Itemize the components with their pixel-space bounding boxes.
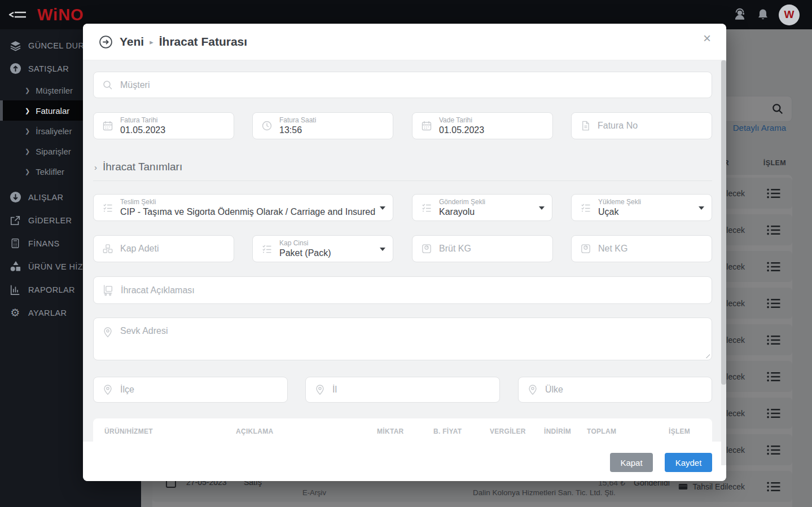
field-value: 01.05.2023 xyxy=(439,125,484,136)
sidebar-sublabel: Müşteriler xyxy=(36,86,73,95)
field-label: Teslim Şekli xyxy=(120,198,376,206)
user-avatar[interactable]: W xyxy=(779,5,800,25)
net-weight-field[interactable]: Net KG xyxy=(571,235,712,262)
new-export-invoice-modal: Yeni ▸ İhracat Faturası × Müşteri Fatura… xyxy=(83,24,726,481)
city-field[interactable]: İl xyxy=(305,377,500,403)
collapse-menu-icon[interactable] xyxy=(8,8,28,21)
field-value: CIP - Taşıma ve Sigorta Ödenmiş Olarak /… xyxy=(120,206,376,218)
section-title: İhracat Tanımları xyxy=(103,161,182,173)
shipping-address-textarea[interactable]: Sevk Adresi xyxy=(93,318,712,360)
country-placeholder: Ülke xyxy=(545,385,563,395)
field-label: Fatura Tarihi xyxy=(120,116,165,125)
sidebar-label: AYARLAR xyxy=(28,308,67,318)
calculator-icon xyxy=(9,237,21,249)
search-icon xyxy=(102,80,113,91)
export-description-field[interactable]: İhracat Açıklaması xyxy=(93,276,712,304)
circle-arrow-icon xyxy=(99,35,113,49)
shapes-icon xyxy=(9,261,21,272)
location-pin-icon xyxy=(527,384,538,395)
field-label: Fatura Saati xyxy=(279,116,316,125)
shipping-address-placeholder: Sevk Adresi xyxy=(120,326,168,336)
delivery-type-select[interactable]: Teslim Şekli CIP - Taşıma ve Sigorta Öde… xyxy=(93,194,393,221)
clock-icon xyxy=(261,120,273,131)
save-button[interactable]: Kaydet xyxy=(665,453,712,472)
field-label: Gönderim Şekli xyxy=(439,198,485,206)
chevron-right-icon: ❯ xyxy=(25,127,30,135)
checklist-icon xyxy=(421,202,432,213)
topbar-actions: W xyxy=(732,0,800,29)
country-field[interactable]: Ülke xyxy=(518,377,712,403)
arrow-up-circle-icon xyxy=(9,63,21,74)
sidebar-label: GİDERLER xyxy=(28,216,72,225)
wino-logo[interactable]: WiNO xyxy=(37,6,84,24)
checklist-icon xyxy=(580,202,591,213)
shipping-type-select[interactable]: Gönderim Şekli Karayolu xyxy=(412,194,552,221)
notifications-bell-icon[interactable] xyxy=(756,7,770,22)
checklist-icon xyxy=(261,243,273,254)
export-icon xyxy=(9,215,21,226)
close-button[interactable]: Kapat xyxy=(610,453,653,472)
due-date-field[interactable]: Vade Tarihi 01.05.2023 xyxy=(412,112,553,139)
location-pin-icon xyxy=(102,327,113,338)
chevron-down-icon xyxy=(380,248,385,254)
gross-weight-placeholder: Brüt KG xyxy=(439,244,471,254)
field-label: Vade Tarihi xyxy=(439,116,484,125)
modal-scrollbar-thumb[interactable] xyxy=(721,60,726,385)
sidebar-label: FİNANS xyxy=(28,239,60,248)
breadcrumb-separator: ▸ xyxy=(150,38,153,46)
scale-icon xyxy=(580,243,591,254)
invoice-time-field[interactable]: Fatura Saati 13:56 xyxy=(252,112,393,139)
chevron-down-icon xyxy=(699,206,704,213)
column-header-islem: İŞLEM xyxy=(669,427,690,435)
export-definitions-section-header[interactable]: › İhracat Tanımları xyxy=(94,161,182,173)
checklist-icon xyxy=(102,202,113,213)
invoice-date-field[interactable]: Fatura Tarihi 01.05.2023 xyxy=(93,112,234,139)
calendar-icon xyxy=(421,120,432,131)
customer-search-field[interactable]: Müşteri xyxy=(93,72,712,98)
field-value: Uçak xyxy=(598,206,641,218)
app-root: Detaylı Arama DURUMLAR İŞLEM Tahsil Edil… xyxy=(0,0,812,507)
sidebar-sublabel: Teklifler xyxy=(36,167,64,177)
arrow-down-circle-icon xyxy=(9,191,21,203)
support-icon[interactable] xyxy=(732,7,747,22)
section-divider xyxy=(93,180,712,181)
district-field[interactable]: İlçe xyxy=(93,377,288,403)
package-type-select[interactable]: Kap Cinsi Paket (Pack) xyxy=(252,235,393,262)
district-placeholder: İlçe xyxy=(120,385,134,395)
field-value: 13:56 xyxy=(279,125,316,136)
column-header-toplam: TOPLAM xyxy=(587,427,616,435)
close-icon[interactable]: × xyxy=(699,32,715,47)
scale-icon xyxy=(421,243,432,254)
customer-placeholder: Müşteri xyxy=(120,80,150,90)
column-header-miktar: MİKTAR xyxy=(377,427,404,435)
field-label: Yükleme Şekli xyxy=(598,198,641,206)
field-label: Kap Cinsi xyxy=(279,239,331,248)
gear-icon: ⚙ xyxy=(9,307,21,318)
column-header-vergiler: VERGİLER xyxy=(490,427,526,435)
calendar-icon xyxy=(102,120,113,131)
modal-title-doc: İhracat Faturası xyxy=(159,35,247,49)
column-header-aciklama: AÇIKLAMA xyxy=(236,427,273,435)
package-count-field[interactable]: Kap Adeti xyxy=(93,235,234,262)
gross-weight-field[interactable]: Brüt KG xyxy=(412,235,553,262)
column-header-indirim: İNDİRİM xyxy=(544,427,571,435)
loading-type-select[interactable]: Yükleme Şekli Uçak xyxy=(571,194,712,221)
resize-handle[interactable] xyxy=(704,352,710,358)
field-value: 01.05.2023 xyxy=(120,125,165,136)
cubes-icon xyxy=(102,243,113,254)
net-weight-placeholder: Net KG xyxy=(598,244,627,254)
sidebar-label: RAPORLAR xyxy=(28,285,75,294)
export-description-placeholder: İhracat Açıklaması xyxy=(121,285,195,296)
column-header-b-fiyat: B. FİYAT xyxy=(433,427,462,435)
chevron-down-icon xyxy=(380,206,385,213)
sidebar-sublabel: Siparişler xyxy=(36,147,71,156)
chevron-right-icon: ❯ xyxy=(25,168,30,175)
document-icon xyxy=(580,120,591,131)
column-header-urun-hizmet: ÜRÜN/HİZMET xyxy=(104,427,153,435)
location-pin-icon xyxy=(102,384,113,395)
sidebar-label: ALIŞLAR xyxy=(28,193,63,202)
chevron-right-icon: ❯ xyxy=(25,148,30,155)
sidebar-label: SATIŞLAR xyxy=(28,64,69,73)
invoice-number-field[interactable]: Fatura No xyxy=(571,112,712,139)
modal-title-new: Yeni xyxy=(120,35,144,49)
